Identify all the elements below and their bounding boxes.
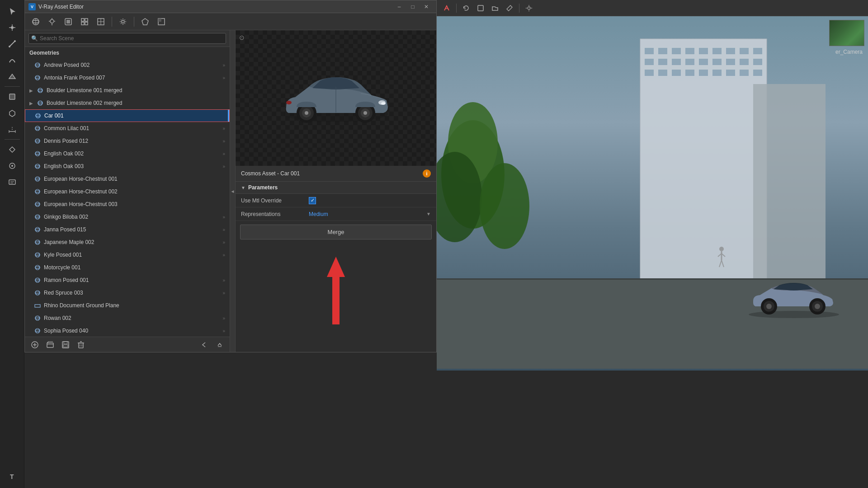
svg-point-54 — [35, 267, 40, 268]
list-item[interactable]: Common Lilac 001 » — [25, 122, 230, 135]
representations-value[interactable]: Medium ▼ — [309, 211, 431, 217]
mtl-override-checkbox[interactable]: ✓ — [309, 197, 316, 204]
asset-action-buttons: » — [222, 63, 225, 68]
tb-view-btn[interactable] — [154, 15, 169, 28]
tool-dimension-btn[interactable] — [5, 122, 20, 137]
asset-name-boulder1: Boulder Limestone 001 merged — [47, 87, 225, 94]
list-item[interactable]: Sophia Posed 040 » — [25, 324, 230, 337]
svg-rect-59 — [35, 305, 40, 307]
tool-solid-btn[interactable] — [5, 89, 20, 104]
scene-toolbar-divider-2 — [519, 4, 519, 13]
svg-rect-112 — [753, 59, 762, 65]
tool-point-btn[interactable] — [5, 20, 20, 35]
search-input[interactable] — [28, 33, 226, 44]
tb-settings-btn[interactable] — [116, 15, 130, 28]
svg-rect-20 — [158, 19, 161, 22]
list-item[interactable]: Janna Posed 015 » — [25, 223, 230, 236]
list-item[interactable]: Rowan 002 » — [25, 312, 230, 324]
list-item[interactable]: European Horse-Chestnut 001 — [25, 173, 230, 185]
list-item[interactable]: Rhino Document Ground Plane — [25, 299, 230, 312]
scene-undo-btn[interactable] — [460, 2, 472, 14]
list-item[interactable]: Dennis Posed 012 » — [25, 135, 230, 147]
tool-curve-btn[interactable] — [5, 52, 20, 68]
list-item[interactable]: Ramon Posed 001 » — [25, 274, 230, 286]
collapse-icon: » — [222, 328, 225, 333]
scene-file-btn[interactable] — [474, 2, 487, 14]
add-asset-button[interactable] — [28, 339, 41, 351]
list-item[interactable]: Kyle Posed 001 » — [25, 249, 230, 261]
svg-point-35 — [35, 151, 40, 156]
list-item[interactable]: Andrew Posed 002 » — [25, 59, 230, 71]
svg-rect-95 — [645, 48, 654, 54]
svg-rect-107 — [685, 59, 694, 65]
svg-point-42 — [35, 191, 40, 192]
scene-folder-btn[interactable] — [489, 2, 501, 14]
minimize-button[interactable]: – — [393, 2, 406, 11]
save-button[interactable] — [59, 339, 72, 351]
list-item[interactable]: Red Spruce 003 » — [25, 286, 230, 299]
collapse-icon: » — [222, 227, 225, 232]
vray-icon-btn[interactable] — [440, 2, 453, 14]
asset-name-kyle: Kyle Posed 001 — [44, 252, 221, 258]
geometry-icon — [34, 175, 41, 183]
tool-transform-btn[interactable] — [5, 142, 20, 157]
asset-list[interactable]: Andrew Posed 002 » Antonia Frank Posed 0… — [25, 59, 230, 337]
panel-collapse-bar[interactable]: ◄ — [230, 30, 236, 352]
list-item[interactable]: ▶ Boulder Limestone 001 merged — [25, 84, 230, 97]
list-item[interactable]: English Oak 002 » — [25, 147, 230, 160]
list-item[interactable]: European Horse-Chestnut 002 — [25, 185, 230, 198]
collapse-icon: » — [222, 278, 225, 283]
collapse-icon: » — [222, 215, 225, 220]
list-item[interactable]: European Horse-Chestnut 003 — [25, 198, 230, 211]
tool-mesh-btn[interactable] — [5, 105, 20, 121]
expand-arrow-icon[interactable]: ▶ — [29, 88, 35, 93]
asset-name-ground: Rhino Document Ground Plane — [44, 302, 225, 309]
list-item[interactable]: ▶ Boulder Limestone 002 merged — [25, 97, 230, 109]
annotation-arrow-area — [236, 243, 436, 333]
delete-button[interactable] — [75, 339, 87, 351]
maximize-button[interactable]: □ — [406, 2, 419, 11]
browse-button[interactable] — [44, 339, 57, 351]
toolbar-divider-2 — [134, 17, 134, 27]
list-item[interactable]: English Oak 003 » — [25, 160, 230, 173]
tb-geometry-btn[interactable] — [28, 15, 43, 28]
parameters-toggle[interactable]: ▼ Parameters — [236, 182, 436, 194]
scene-settings-btn[interactable] — [523, 2, 535, 14]
list-item-selected[interactable]: Car 001 — [25, 109, 230, 122]
geometry-icon — [34, 289, 41, 296]
svg-rect-117 — [699, 70, 708, 76]
tool-surface-btn[interactable] — [5, 69, 20, 84]
tb-render-btn[interactable] — [94, 15, 108, 28]
use-mtl-override-value[interactable]: ✓ — [309, 197, 431, 204]
geometry-icon — [34, 137, 41, 145]
close-button[interactable]: ✕ — [420, 2, 433, 11]
svg-point-32 — [35, 127, 40, 129]
tool-select-btn[interactable] — [5, 4, 20, 19]
expand-arrow-icon[interactable]: ▶ — [29, 100, 35, 106]
tool-line-btn[interactable] — [5, 36, 20, 52]
geometry-icon — [34, 188, 41, 195]
up-button[interactable] — [213, 339, 226, 351]
tb-material-btn[interactable] — [61, 15, 75, 28]
list-item[interactable]: Motorcycle 001 — [25, 261, 230, 274]
list-item[interactable]: Antonia Frank Posed 007 » — [25, 71, 230, 84]
back-button[interactable] — [198, 339, 211, 351]
svg-point-37 — [35, 164, 40, 169]
window-controls: – □ ✕ — [393, 2, 433, 11]
merge-button[interactable]: Merge — [240, 225, 432, 239]
collapse-icon: » — [222, 253, 225, 258]
svg-rect-121 — [753, 70, 762, 76]
tb-light-btn[interactable] — [45, 15, 59, 28]
tb-cosmos-btn[interactable] — [138, 15, 152, 28]
tool-text-btn[interactable]: T — [5, 469, 20, 484]
list-item[interactable]: Japanese Maple 002 » — [25, 236, 230, 249]
list-item[interactable]: Ginkgo Biloba 002 » — [25, 211, 230, 223]
asset-name-oak2: English Oak 002 — [44, 150, 221, 157]
svg-rect-120 — [740, 70, 749, 76]
tool-annotate-btn[interactable] — [5, 174, 20, 190]
tb-texture-btn[interactable] — [77, 15, 92, 28]
scene-tool-btn[interactable] — [503, 2, 516, 14]
svg-rect-12 — [81, 22, 84, 25]
tool-render-view-btn[interactable] — [5, 158, 20, 174]
cosmos-info-button[interactable]: i — [423, 169, 431, 178]
